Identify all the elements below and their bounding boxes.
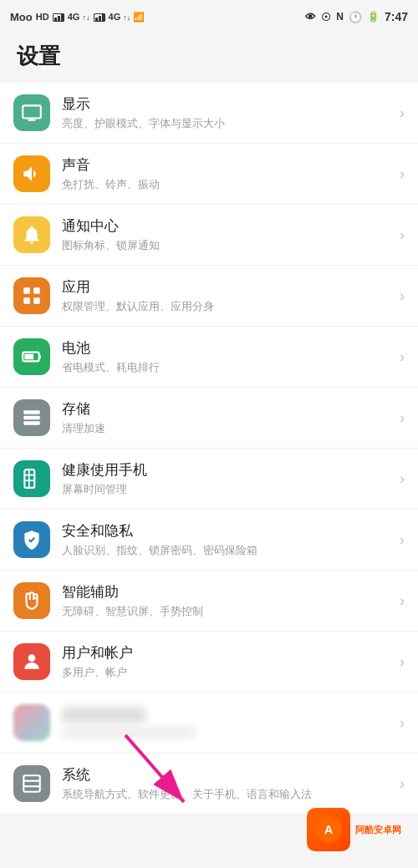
icon-apps [13,277,50,314]
fingerprint-icon: ☉ [321,11,331,23]
chevron-icon-storage: › [400,409,405,427]
item-title-accounts: 用户和帐户 [62,643,393,662]
status-right: 👁 ☉ N 🕐 🔋 7:47 [305,10,408,23]
eye-icon: 👁 [305,11,316,23]
battery-status-icon: 🔋 [367,11,380,23]
item-text-display: 显示 亮度、护眼模式、字体与显示大小 [62,94,393,131]
settings-item-storage[interactable]: 存储 清理加速 › [0,388,418,449]
watermark-text: 阿酷安卓网 [355,824,401,836]
item-title-display: 显示 [62,94,393,114]
icon-storage [13,399,50,436]
page-title: 设置 [17,42,401,71]
svg-rect-11 [23,416,40,419]
icon-sound [13,155,50,192]
icon-display [13,94,50,131]
item-subtitle-accounts: 多用户、帐户 [62,665,393,680]
chevron-icon-security: › [400,531,405,549]
item-title-health: 健康使用手机 [62,460,393,480]
item-subtitle-health: 屏幕时间管理 [62,482,393,497]
blurred-icon [13,704,50,741]
chevron-icon-accessibility: › [400,592,405,610]
item-title-sound: 声音 [62,155,393,175]
item-subtitle-security: 人脸识别、指纹、锁屏密码、密码保险箱 [62,543,393,558]
icon-accounts [13,643,50,680]
item-text-notification: 通知中心 图标角标、锁屏通知 [62,216,393,253]
chevron-icon-system: › [400,775,405,793]
item-text-accounts: 用户和帐户 多用户、帐户 [62,643,393,680]
n-icon: N [336,11,344,23]
svg-rect-16 [23,775,40,792]
chevron-icon-notification: › [400,226,405,244]
settings-item-health[interactable]: 健康使用手机 屏幕时间管理 › [0,449,418,510]
svg-rect-10 [23,410,40,414]
item-text-accessibility: 智能辅助 无障碍、智慧识屏、手势控制 [62,582,393,619]
signal-icons: HD 4G ↑↓ 4G ↑↓ 📶 [36,12,145,23]
item-subtitle-battery: 省电模式、耗电排行 [62,360,393,375]
settings-item-sound[interactable]: 声音 免打扰、铃声、振动 › [0,144,418,205]
chevron-icon-sound: › [400,165,405,183]
svg-rect-4 [33,287,40,294]
chevron-icon-blurred: › [400,714,405,732]
item-title-accessibility: 智能辅助 [62,582,393,602]
settings-item-notification[interactable]: 通知中心 图标角标、锁屏通知 › [0,205,418,266]
item-title-system: 系统 [62,765,393,784]
item-subtitle-storage: 清理加速 [62,421,393,436]
item-text-security: 安全和隐私 人脸识别、指纹、锁屏密码、密码保险箱 [62,521,393,558]
settings-item-blurred[interactable]: › [0,693,418,754]
icon-health [13,460,50,497]
item-text-storage: 存储 清理加速 [62,399,393,436]
chevron-icon-display: › [400,104,405,122]
chevron-icon-health: › [400,470,405,488]
item-subtitle-system: 系统导航方式、软件更新、关于手机、语言和输入法 [62,787,393,802]
status-left: Moo HD 4G ↑↓ 4G ↑↓ 📶 [10,11,145,23]
watermark: A 阿酷安卓网 [307,808,401,851]
item-subtitle-apps: 权限管理、默认应用、应用分身 [62,299,393,314]
settings-list: 显示 亮度、护眼模式、字体与显示大小 › 声音 免打扰、铃声、振动 › 通知中心… [0,83,418,814]
status-moo: Moo [10,11,33,23]
chevron-icon-apps: › [400,287,405,305]
svg-rect-6 [33,297,40,304]
svg-rect-3 [23,287,30,294]
svg-rect-5 [23,297,30,304]
svg-rect-12 [23,421,40,424]
item-text-blurred [62,708,393,739]
item-subtitle-blurred [62,727,196,739]
chevron-icon-accounts: › [400,653,405,671]
status-bar: Moo HD 4G ↑↓ 4G ↑↓ 📶 👁 ☉ N 🕐 🔋 7:47 [0,0,418,33]
settings-item-system[interactable]: 系统 系统导航方式、软件更新、关于手机、语言和输入法 › [0,754,418,814]
settings-item-apps[interactable]: 应用 权限管理、默认应用、应用分身 › [0,266,418,327]
settings-item-display[interactable]: 显示 亮度、护眼模式、字体与显示大小 › [0,83,418,144]
icon-system [13,765,50,802]
item-text-sound: 声音 免打扰、铃声、振动 [62,155,393,192]
icon-accessibility [13,582,50,619]
item-text-health: 健康使用手机 屏幕时间管理 [62,460,393,497]
item-text-battery: 电池 省电模式、耗电排行 [62,338,393,375]
svg-rect-0 [23,105,41,118]
item-subtitle-display: 亮度、护眼模式、字体与显示大小 [62,116,393,131]
time-display: 7:47 [385,10,408,23]
clock-icon: 🕐 [349,11,362,23]
watermark-logo: A [307,808,350,851]
page-title-bar: 设置 [0,33,418,83]
item-text-apps: 应用 权限管理、默认应用、应用分身 [62,277,393,314]
icon-battery [13,338,50,375]
svg-point-15 [28,654,36,662]
item-title-security: 安全和隐私 [62,521,393,541]
item-title-battery: 电池 [62,338,393,358]
item-subtitle-sound: 免打扰、铃声、振动 [62,177,393,192]
item-text-system: 系统 系统导航方式、软件更新、关于手机、语言和输入法 [62,765,393,802]
item-title-notification: 通知中心 [62,216,393,236]
chevron-icon-battery: › [400,348,405,366]
icon-security [13,521,50,558]
item-subtitle-accessibility: 无障碍、智慧识屏、手势控制 [62,604,393,619]
svg-text:A: A [324,823,333,836]
item-title-storage: 存储 [62,399,393,419]
svg-rect-8 [24,354,33,360]
settings-item-security[interactable]: 安全和隐私 人脸识别、指纹、锁屏密码、密码保险箱 › [0,510,418,571]
item-title-apps: 应用 [62,277,393,297]
settings-item-accounts[interactable]: 用户和帐户 多用户、帐户 › [0,632,418,693]
item-title-blurred [62,708,145,723]
settings-item-accessibility[interactable]: 智能辅助 无障碍、智慧识屏、手势控制 › [0,571,418,632]
item-subtitle-notification: 图标角标、锁屏通知 [62,238,393,253]
settings-item-battery[interactable]: 电池 省电模式、耗电排行 › [0,327,418,388]
